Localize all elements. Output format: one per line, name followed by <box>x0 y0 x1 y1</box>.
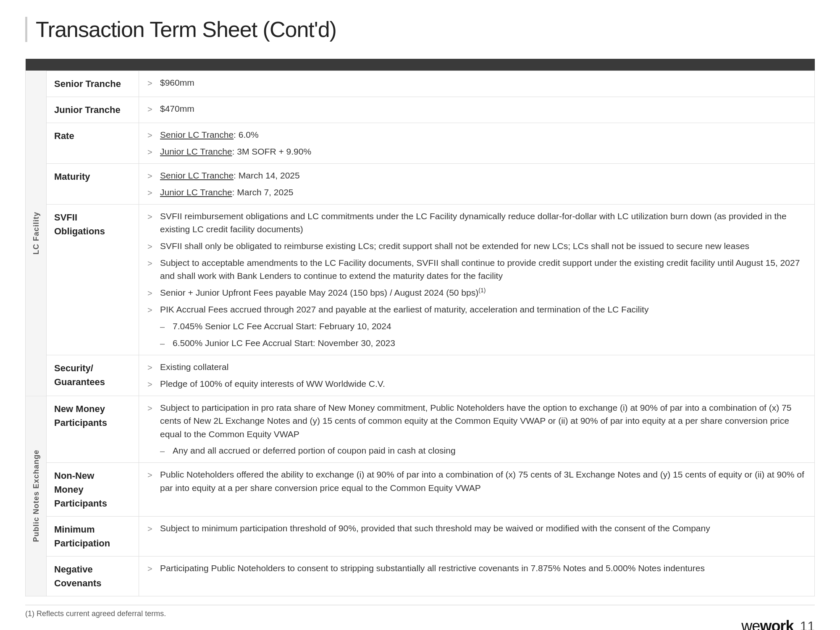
bullet-text: Senior LC Tranche: March 14, 2025 <box>160 169 300 182</box>
table-row: Junior Tranche > $470mm <box>26 97 815 123</box>
bullet-arrow-icon: > <box>147 210 155 223</box>
bullet-text: Any and all accrued or deferred portion … <box>173 444 456 457</box>
bullet-arrow-icon: > <box>147 76 155 89</box>
header-row <box>26 59 815 71</box>
bullet-text: Junior LC Tranche: March 7, 2025 <box>160 186 294 199</box>
title-container: Transaction Term Sheet (Cont'd) <box>25 17 815 46</box>
bullet-text: $960mm <box>160 76 194 89</box>
bullet-text: SVFII reimbursement obligations and LC c… <box>160 210 806 236</box>
rate-label: Rate <box>47 123 139 163</box>
bullet-text: Subject to participation in pro rata sha… <box>160 401 806 441</box>
bullet-dash-icon: – <box>160 336 168 350</box>
pne-label: Public Notes Exchange <box>26 396 47 596</box>
security-guarantees-content: > Existing collateral > Pledge of 100% o… <box>139 355 815 396</box>
bullet-arrow-icon: > <box>147 256 155 270</box>
bullet-text: Senior + Junior Upfront Fees payable May… <box>160 286 486 299</box>
bullet-text: Existing collateral <box>160 360 228 374</box>
table-row: LC Facility Senior Tranche > $960mm <box>26 71 815 97</box>
bullet-arrow-icon: > <box>147 360 155 374</box>
senior-tranche-content: > $960mm <box>139 71 815 97</box>
bullet-arrow-icon: > <box>147 401 155 415</box>
bullet-text: Subject to acceptable amendments to the … <box>160 256 806 283</box>
non-new-money-content: > Public Noteholders offered the ability… <box>139 463 815 517</box>
negative-covenants-content: > Participating Public Noteholders to co… <box>139 556 815 596</box>
table-row: Public Notes Exchange New MoneyParticipa… <box>26 396 815 463</box>
table-row: Rate > Senior LC Tranche: 6.0% > Junior … <box>26 123 815 163</box>
bullet-arrow-icon: > <box>147 468 155 481</box>
bullet-text: Subject to minimum participation thresho… <box>160 522 710 535</box>
bullet-text: Senior LC Tranche: 6.0% <box>160 128 259 142</box>
bullet-arrow-icon: > <box>147 562 155 575</box>
bullet-arrow-icon: > <box>147 303 155 316</box>
lc-facility-label: LC Facility <box>26 71 47 396</box>
bullet-text: Junior LC Tranche: 3M SOFR + 9.90% <box>160 145 311 158</box>
svfii-obligations-label: SVFIIObligations <box>47 204 139 355</box>
footnote: (1) Reflects current agreed deferral ter… <box>25 605 815 618</box>
non-new-money-label: Non-NewMoneyParticipants <box>47 463 139 517</box>
bullet-arrow-icon: > <box>147 102 155 116</box>
wework-logo: wework <box>741 617 793 630</box>
minimum-participation-label: MinimumParticipation <box>47 517 139 556</box>
bullet-text: $470mm <box>160 102 194 116</box>
bullet-arrow-icon: > <box>147 186 155 199</box>
new-money-participants-content: > Subject to participation in pro rata s… <box>139 396 815 463</box>
table-row: NegativeCovenants > Participating Public… <box>26 556 815 596</box>
footer: wework 11 <box>741 617 815 630</box>
bullet-dash-icon: – <box>160 320 168 333</box>
bullet-text: SVFII shall only be obligated to reimbur… <box>160 239 749 253</box>
maturity-content: > Senior LC Tranche: March 14, 2025 > Ju… <box>139 163 815 204</box>
bullet-text: Pledge of 100% of equity interests of WW… <box>160 377 385 391</box>
security-guarantees-label: Security/Guarantees <box>47 355 139 396</box>
minimum-participation-content: > Subject to minimum participation thres… <box>139 517 815 556</box>
bullet-dash-icon: – <box>160 444 168 457</box>
table-row: SVFIIObligations > SVFII reimbursement o… <box>26 204 815 355</box>
bullet-arrow-icon: > <box>147 145 155 158</box>
main-table: LC Facility Senior Tranche > $960mm Juni… <box>25 59 815 596</box>
bullet-arrow-icon: > <box>147 169 155 182</box>
junior-tranche-label: Junior Tranche <box>47 97 139 123</box>
bullet-text: PIK Accrual Fees accrued through 2027 an… <box>160 303 648 316</box>
bullet-arrow-icon: > <box>147 522 155 535</box>
bullet-arrow-icon: > <box>147 128 155 142</box>
table-row: Maturity > Senior LC Tranche: March 14, … <box>26 163 815 204</box>
new-money-participants-label: New MoneyParticipants <box>47 396 139 463</box>
svfii-obligations-content: > SVFII reimbursement obligations and LC… <box>139 204 815 355</box>
bullet-arrow-icon: > <box>147 286 155 299</box>
bullet-text: Participating Public Noteholders to cons… <box>160 562 705 575</box>
bullet-arrow-icon: > <box>147 377 155 391</box>
table-row: Non-NewMoneyParticipants > Public Noteho… <box>26 463 815 517</box>
senior-tranche-label: Senior Tranche <box>47 71 139 97</box>
rate-content: > Senior LC Tranche: 6.0% > Junior LC Tr… <box>139 123 815 163</box>
junior-tranche-content: > $470mm <box>139 97 815 123</box>
bullet-text: Public Noteholders offered the ability t… <box>160 468 806 494</box>
bullet-arrow-icon: > <box>147 239 155 253</box>
bullet-text: 7.045% Senior LC Fee Accrual Start: Febr… <box>173 320 391 333</box>
table-row: MinimumParticipation > Subject to minimu… <box>26 517 815 556</box>
table-row: Security/Guarantees > Existing collatera… <box>26 355 815 396</box>
title-bar <box>25 17 27 42</box>
page-title: Transaction Term Sheet (Cont'd) <box>36 17 336 42</box>
page-number: 11 <box>800 619 815 630</box>
negative-covenants-label: NegativeCovenants <box>47 556 139 596</box>
maturity-label: Maturity <box>47 163 139 204</box>
bullet-text: 6.500% Junior LC Fee Accrual Start: Nove… <box>173 336 395 350</box>
